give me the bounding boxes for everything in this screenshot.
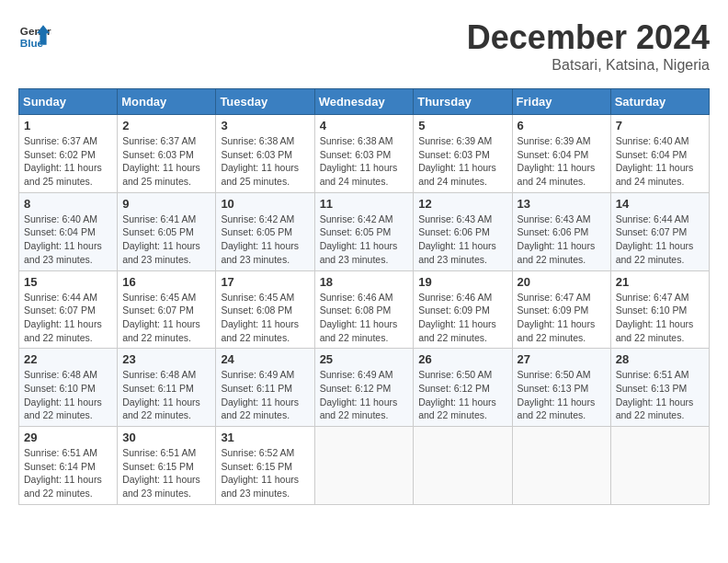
calendar-cell: 4Sunrise: 6:38 AM Sunset: 6:03 PM Daylig…	[314, 115, 414, 193]
day-number: 25	[320, 352, 409, 366]
day-number: 23	[122, 352, 210, 366]
day-info: Sunrise: 6:45 AM Sunset: 6:08 PM Dayligh…	[221, 291, 309, 345]
calendar-cell: 28Sunrise: 6:51 AM Sunset: 6:13 PM Dayli…	[610, 349, 709, 427]
calendar-cell: 24Sunrise: 6:49 AM Sunset: 6:11 PM Dayli…	[216, 349, 314, 427]
calendar-cell	[512, 427, 610, 505]
day-info: Sunrise: 6:42 AM Sunset: 6:05 PM Dayligh…	[221, 213, 309, 267]
day-info: Sunrise: 6:39 AM Sunset: 6:03 PM Dayligh…	[418, 134, 506, 189]
calendar-cell: 20Sunrise: 6:47 AM Sunset: 6:09 PM Dayli…	[512, 270, 610, 349]
calendar-cell: 23Sunrise: 6:48 AM Sunset: 6:11 PM Dayli…	[118, 349, 216, 427]
day-number: 30	[122, 431, 210, 444]
month-title: December 2024	[467, 18, 710, 57]
day-number: 13	[518, 197, 606, 211]
calendar-header: SundayMondayTuesdayWednesdayThursdayFrid…	[19, 89, 710, 115]
day-info: Sunrise: 6:51 AM Sunset: 6:15 PM Dayligh…	[122, 446, 210, 500]
day-info: Sunrise: 6:39 AM Sunset: 6:04 PM Dayligh…	[518, 134, 606, 189]
day-info: Sunrise: 6:40 AM Sunset: 6:04 PM Dayligh…	[616, 134, 704, 189]
calendar-cell: 30Sunrise: 6:51 AM Sunset: 6:15 PM Dayli…	[118, 427, 216, 505]
calendar-cell: 11Sunrise: 6:42 AM Sunset: 6:05 PM Dayli…	[314, 192, 414, 270]
col-header-sunday: Sunday	[19, 89, 118, 115]
day-info: Sunrise: 6:48 AM Sunset: 6:10 PM Dayligh…	[24, 368, 112, 422]
col-header-friday: Friday	[512, 89, 610, 115]
day-info: Sunrise: 6:45 AM Sunset: 6:07 PM Dayligh…	[122, 291, 210, 345]
calendar-cell: 29Sunrise: 6:51 AM Sunset: 6:14 PM Dayli…	[19, 427, 118, 505]
col-header-tuesday: Tuesday	[216, 89, 314, 115]
day-number: 4	[320, 119, 409, 132]
day-number: 15	[24, 275, 112, 289]
day-number: 1	[24, 119, 112, 132]
calendar-cell: 13Sunrise: 6:43 AM Sunset: 6:06 PM Dayli…	[512, 192, 610, 270]
day-number: 14	[616, 197, 704, 211]
logo-icon: General Blue	[18, 18, 51, 52]
col-header-thursday: Thursday	[414, 89, 512, 115]
day-number: 3	[221, 119, 309, 132]
day-number: 2	[122, 119, 210, 132]
day-number: 31	[221, 431, 309, 444]
day-info: Sunrise: 6:46 AM Sunset: 6:08 PM Dayligh…	[320, 291, 409, 345]
day-number: 27	[518, 352, 606, 366]
calendar-week-5: 29Sunrise: 6:51 AM Sunset: 6:14 PM Dayli…	[19, 427, 710, 505]
day-info: Sunrise: 6:47 AM Sunset: 6:10 PM Dayligh…	[616, 291, 704, 345]
day-info: Sunrise: 6:43 AM Sunset: 6:06 PM Dayligh…	[418, 213, 506, 267]
day-info: Sunrise: 6:52 AM Sunset: 6:15 PM Dayligh…	[221, 446, 309, 500]
day-number: 11	[320, 197, 409, 211]
day-number: 17	[221, 275, 309, 289]
day-info: Sunrise: 6:51 AM Sunset: 6:14 PM Dayligh…	[24, 446, 112, 500]
page-header: General Blue December 2024 Batsari, Kats…	[18, 18, 710, 74]
col-header-wednesday: Wednesday	[314, 89, 414, 115]
calendar-week-3: 15Sunrise: 6:44 AM Sunset: 6:07 PM Dayli…	[19, 270, 710, 349]
day-number: 26	[418, 352, 506, 366]
day-number: 12	[418, 197, 506, 211]
calendar-table: SundayMondayTuesdayWednesdayThursdayFrid…	[18, 88, 710, 505]
logo: General Blue	[18, 18, 51, 52]
day-number: 28	[616, 352, 704, 366]
calendar-cell: 1Sunrise: 6:37 AM Sunset: 6:02 PM Daylig…	[19, 115, 118, 193]
calendar-cell: 27Sunrise: 6:50 AM Sunset: 6:13 PM Dayli…	[512, 349, 610, 427]
day-number: 22	[24, 352, 112, 366]
calendar-cell: 25Sunrise: 6:49 AM Sunset: 6:12 PM Dayli…	[314, 349, 414, 427]
day-number: 10	[221, 197, 309, 211]
col-header-monday: Monday	[118, 89, 216, 115]
day-info: Sunrise: 6:50 AM Sunset: 6:13 PM Dayligh…	[518, 368, 606, 422]
calendar-cell: 16Sunrise: 6:45 AM Sunset: 6:07 PM Dayli…	[118, 270, 216, 349]
day-info: Sunrise: 6:47 AM Sunset: 6:09 PM Dayligh…	[518, 291, 606, 345]
title-block: December 2024 Batsari, Katsina, Nigeria	[467, 18, 710, 74]
calendar-week-1: 1Sunrise: 6:37 AM Sunset: 6:02 PM Daylig…	[19, 115, 710, 193]
calendar-cell: 21Sunrise: 6:47 AM Sunset: 6:10 PM Dayli…	[610, 270, 709, 349]
day-info: Sunrise: 6:43 AM Sunset: 6:06 PM Dayligh…	[518, 213, 606, 267]
day-number: 6	[518, 119, 606, 132]
calendar-week-2: 8Sunrise: 6:40 AM Sunset: 6:04 PM Daylig…	[19, 192, 710, 270]
day-number: 24	[221, 352, 309, 366]
calendar-cell: 22Sunrise: 6:48 AM Sunset: 6:10 PM Dayli…	[19, 349, 118, 427]
day-info: Sunrise: 6:49 AM Sunset: 6:11 PM Dayligh…	[221, 368, 309, 422]
calendar-cell: 7Sunrise: 6:40 AM Sunset: 6:04 PM Daylig…	[610, 115, 709, 193]
day-number: 19	[418, 275, 506, 289]
day-info: Sunrise: 6:51 AM Sunset: 6:13 PM Dayligh…	[616, 368, 704, 422]
day-info: Sunrise: 6:44 AM Sunset: 6:07 PM Dayligh…	[24, 291, 112, 345]
day-info: Sunrise: 6:49 AM Sunset: 6:12 PM Dayligh…	[320, 368, 409, 422]
day-info: Sunrise: 6:38 AM Sunset: 6:03 PM Dayligh…	[221, 134, 309, 189]
calendar-cell: 18Sunrise: 6:46 AM Sunset: 6:08 PM Dayli…	[314, 270, 414, 349]
day-number: 21	[616, 275, 704, 289]
day-info: Sunrise: 6:48 AM Sunset: 6:11 PM Dayligh…	[122, 368, 210, 422]
day-info: Sunrise: 6:46 AM Sunset: 6:09 PM Dayligh…	[418, 291, 506, 345]
calendar-week-4: 22Sunrise: 6:48 AM Sunset: 6:10 PM Dayli…	[19, 349, 710, 427]
day-info: Sunrise: 6:42 AM Sunset: 6:05 PM Dayligh…	[320, 213, 409, 267]
calendar-cell: 19Sunrise: 6:46 AM Sunset: 6:09 PM Dayli…	[414, 270, 512, 349]
day-info: Sunrise: 6:38 AM Sunset: 6:03 PM Dayligh…	[320, 134, 409, 189]
day-number: 20	[518, 275, 606, 289]
day-info: Sunrise: 6:44 AM Sunset: 6:07 PM Dayligh…	[616, 213, 704, 267]
day-info: Sunrise: 6:50 AM Sunset: 6:12 PM Dayligh…	[418, 368, 506, 422]
day-number: 16	[122, 275, 210, 289]
calendar-cell: 26Sunrise: 6:50 AM Sunset: 6:12 PM Dayli…	[414, 349, 512, 427]
calendar-cell: 10Sunrise: 6:42 AM Sunset: 6:05 PM Dayli…	[216, 192, 314, 270]
calendar-cell: 5Sunrise: 6:39 AM Sunset: 6:03 PM Daylig…	[414, 115, 512, 193]
calendar-cell	[314, 427, 414, 505]
day-number: 5	[418, 119, 506, 132]
calendar-cell: 31Sunrise: 6:52 AM Sunset: 6:15 PM Dayli…	[216, 427, 314, 505]
calendar-cell: 17Sunrise: 6:45 AM Sunset: 6:08 PM Dayli…	[216, 270, 314, 349]
day-number: 18	[320, 275, 409, 289]
day-info: Sunrise: 6:37 AM Sunset: 6:03 PM Dayligh…	[122, 134, 210, 189]
calendar-cell: 9Sunrise: 6:41 AM Sunset: 6:05 PM Daylig…	[118, 192, 216, 270]
calendar-cell	[414, 427, 512, 505]
